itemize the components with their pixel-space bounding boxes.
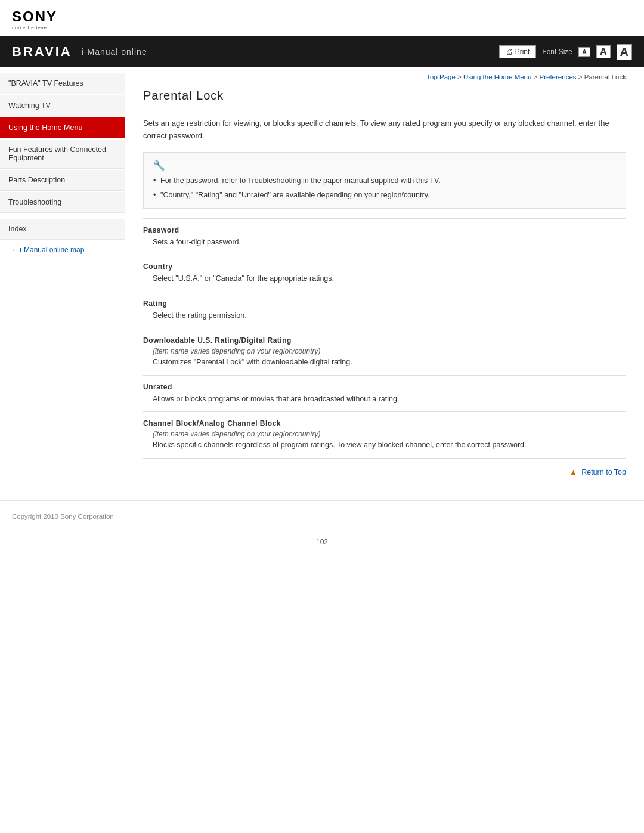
font-size-small-button[interactable]: A bbox=[578, 47, 590, 57]
breadcrumb-top-page[interactable]: Top Page bbox=[426, 73, 456, 80]
sidebar-item-watching-tv[interactable]: Watching TV bbox=[0, 95, 125, 116]
feature-country-desc: Select "U.S.A." or "Canada" for the appr… bbox=[143, 273, 626, 284]
feature-rating: Rating Select the rating permission. bbox=[143, 292, 626, 329]
breadcrumb-sep2: > bbox=[534, 73, 540, 80]
top-bar: BRAVIA i-Manual online 🖨 Print Font Size… bbox=[0, 36, 644, 67]
note-item-1: For the password, refer to Troubleshooti… bbox=[153, 175, 616, 187]
print-icon: 🖨 bbox=[506, 48, 513, 56]
feature-downloadable-desc: Customizes "Parental Lock" with download… bbox=[143, 357, 626, 368]
breadcrumb-current: Parental Lock bbox=[584, 73, 626, 80]
sony-header: SONY make.believe bbox=[0, 0, 644, 36]
feature-unrated-desc: Allows or blocks programs or movies that… bbox=[143, 394, 626, 405]
feature-channel-block-title: Channel Block/Analog Channel Block bbox=[143, 419, 626, 428]
sidebar-item-home-menu[interactable]: Using the Home Menu bbox=[0, 117, 125, 138]
feature-downloadable-rating: Downloadable U.S. Rating/Digital Rating … bbox=[143, 329, 626, 375]
bravia-logo: BRAVIA i-Manual online bbox=[12, 44, 147, 60]
note-icon: 🔧 bbox=[153, 160, 616, 171]
feature-password: Password Sets a four-digit password. bbox=[143, 218, 626, 255]
page-title: Parental Lock bbox=[143, 89, 626, 109]
imanual-map-label: i-Manual online map bbox=[20, 246, 84, 254]
return-top-label: Return to Top bbox=[581, 468, 626, 476]
feature-country: Country Select "U.S.A." or "Canada" for … bbox=[143, 255, 626, 292]
sidebar: "BRAVIA" TV Features Watching TV Using t… bbox=[0, 67, 125, 494]
sony-logo: SONY bbox=[12, 8, 632, 25]
sidebar-item-troubleshooting[interactable]: Troubleshooting bbox=[0, 192, 125, 213]
feature-unrated: Unrated Allows or blocks programs or mov… bbox=[143, 375, 626, 412]
footer: Copyright 2010 Sony Corporation bbox=[0, 500, 644, 526]
feature-channel-block-desc: Blocks specific channels regardless of p… bbox=[143, 439, 626, 451]
feature-channel-block: Channel Block/Analog Channel Block (item… bbox=[143, 411, 626, 458]
page-number: 102 bbox=[0, 526, 644, 552]
note-item-2: "Country," "Rating" and "Unrated" are av… bbox=[153, 189, 616, 201]
feature-rating-desc: Select the rating permission. bbox=[143, 310, 626, 321]
return-top-link[interactable]: ▲ Return to Top bbox=[569, 468, 626, 476]
return-to-top[interactable]: ▲ Return to Top bbox=[143, 459, 626, 482]
breadcrumb-sep1: > bbox=[457, 73, 463, 80]
imanual-label: i-Manual online bbox=[82, 47, 147, 57]
page-description: Sets an age restriction for viewing, or … bbox=[143, 117, 626, 143]
feature-password-desc: Sets a four-digit password. bbox=[143, 237, 626, 248]
feature-rating-title: Rating bbox=[143, 299, 626, 308]
feature-downloadable-subtitle: (item name varies depending on your regi… bbox=[143, 347, 626, 355]
sidebar-item-parts-desc[interactable]: Parts Description bbox=[0, 170, 125, 191]
feature-downloadable-title: Downloadable U.S. Rating/Digital Rating bbox=[143, 336, 626, 345]
main-container: "BRAVIA" TV Features Watching TV Using t… bbox=[0, 67, 644, 494]
bravia-brand: BRAVIA bbox=[12, 44, 72, 60]
print-button[interactable]: 🖨 Print bbox=[499, 45, 537, 58]
feature-country-title: Country bbox=[143, 262, 626, 271]
header-controls: 🖨 Print Font Size A A A bbox=[499, 44, 632, 60]
font-size-large-button[interactable]: A bbox=[617, 44, 632, 60]
sidebar-item-fun-features[interactable]: Fun Features with Connected Equipment bbox=[0, 140, 125, 169]
breadcrumb-sep3: > bbox=[578, 73, 584, 80]
feature-channel-block-subtitle: (item name varies depending on your regi… bbox=[143, 430, 626, 438]
breadcrumb: Top Page > Using the Home Menu > Prefere… bbox=[143, 67, 626, 89]
font-size-label: Font Size bbox=[542, 48, 572, 56]
feature-password-title: Password bbox=[143, 226, 626, 234]
sidebar-item-index[interactable]: Index bbox=[0, 219, 125, 240]
note-box: 🔧 For the password, refer to Troubleshoo… bbox=[143, 152, 626, 209]
content-area: Top Page > Using the Home Menu > Prefere… bbox=[125, 67, 644, 494]
imanual-map-link[interactable]: → i-Manual online map bbox=[0, 241, 125, 259]
triangle-icon: ▲ bbox=[569, 468, 577, 476]
arrow-icon: → bbox=[8, 246, 16, 254]
breadcrumb-home-menu[interactable]: Using the Home Menu bbox=[463, 73, 531, 80]
sony-tagline: make.believe bbox=[12, 25, 632, 30]
sidebar-item-bravia-features[interactable]: "BRAVIA" TV Features bbox=[0, 73, 125, 94]
feature-unrated-title: Unrated bbox=[143, 383, 626, 391]
copyright-text: Copyright 2010 Sony Corporation bbox=[12, 513, 114, 520]
font-size-medium-button[interactable]: A bbox=[596, 45, 611, 58]
breadcrumb-preferences[interactable]: Preferences bbox=[540, 73, 577, 80]
print-label: Print bbox=[515, 48, 530, 56]
